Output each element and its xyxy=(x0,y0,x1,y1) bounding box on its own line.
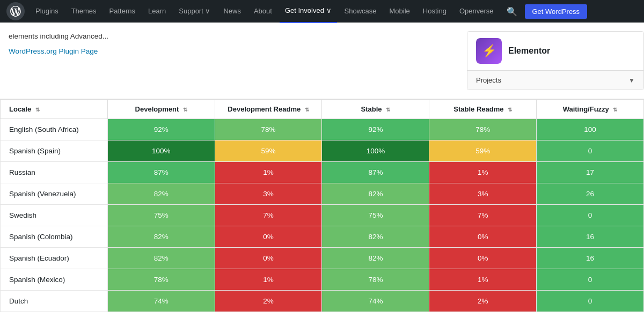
get-wordpress-button[interactable]: Get WordPress xyxy=(525,4,588,19)
cell-development: 82% xyxy=(107,183,215,205)
cell-stable-readme: 59% xyxy=(429,140,537,162)
table-row: Spanish (Ecuador)82%0%82%0%16 xyxy=(1,248,644,269)
cell-stable: 82% xyxy=(322,226,429,248)
cell-development: 92% xyxy=(107,119,215,140)
cell-development: 82% xyxy=(107,226,215,248)
cell-stable: 92% xyxy=(322,119,429,140)
cell-stable: 82% xyxy=(322,183,429,205)
cell-stable-readme: 7% xyxy=(429,205,537,226)
cell-stable-readme: 3% xyxy=(429,183,537,205)
sort-icon-stable: ⇅ xyxy=(386,107,390,113)
cell-locale: English (South Africa) xyxy=(1,119,108,140)
nav-right-actions: 🔍 Get WordPress xyxy=(501,4,588,19)
cell-stable: 82% xyxy=(322,248,429,269)
description-text: elements including Advanced... xyxy=(9,31,445,42)
cell-stable: 100% xyxy=(322,140,429,162)
cell-development: 74% xyxy=(107,291,215,312)
cell-stable: 87% xyxy=(322,162,429,183)
table-header-row: Locale ⇅ Development ⇅ Development Readm… xyxy=(1,100,644,119)
cell-waiting: 26 xyxy=(537,183,644,205)
cell-locale: Spanish (Spain) xyxy=(1,140,108,162)
sort-icon-waiting: ⇅ xyxy=(613,107,617,113)
translation-table-container: Locale ⇅ Development ⇅ Development Readm… xyxy=(0,99,644,312)
projects-label: Projects xyxy=(476,76,501,84)
plugin-icon: ⚡ xyxy=(476,38,502,64)
nav-hosting[interactable]: Hosting xyxy=(418,0,452,23)
cell-stable: 75% xyxy=(322,205,429,226)
table-row: Spanish (Spain)100%59%100%59%0 xyxy=(1,140,644,162)
nav-showcase[interactable]: Showcase xyxy=(339,0,382,23)
cell-locale: Dutch xyxy=(1,291,108,312)
top-area: elements including Advanced... WordPress… xyxy=(0,23,644,99)
cell-stable-readme: 78% xyxy=(429,119,537,140)
cell-dev-readme: 3% xyxy=(215,183,322,205)
table-row: Spanish (Venezuela)82%3%82%3%26 xyxy=(1,183,644,205)
table-row: Dutch74%2%74%2%0 xyxy=(1,291,644,312)
sort-icon-stable-readme: ⇅ xyxy=(508,107,512,113)
cell-waiting: 100 xyxy=(537,119,644,140)
nav-patterns[interactable]: Patterns xyxy=(104,0,141,23)
translation-table: Locale ⇅ Development ⇅ Development Readm… xyxy=(0,99,644,312)
nav-mobile[interactable]: Mobile xyxy=(384,0,415,23)
nav-get-involved[interactable]: Get Involved ∨ xyxy=(280,0,337,23)
top-left-section: elements including Advanced... WordPress… xyxy=(9,31,456,90)
cell-stable-readme: 0% xyxy=(429,248,537,269)
cell-stable-readme: 1% xyxy=(429,269,537,291)
table-row: Swedish75%7%75%7%0 xyxy=(1,205,644,226)
plugin-page-link[interactable]: WordPress.org Plugin Page xyxy=(9,47,98,55)
nav-themes[interactable]: Themes xyxy=(66,0,102,23)
cell-waiting: 0 xyxy=(537,291,644,312)
plugin-icon-emoji: ⚡ xyxy=(482,44,496,58)
cell-waiting: 17 xyxy=(537,162,644,183)
nav-support[interactable]: Support ∨ xyxy=(173,0,216,23)
col-dev-readme[interactable]: Development Readme ⇅ xyxy=(215,100,322,119)
main-content: elements including Advanced... WordPress… xyxy=(0,23,644,312)
cell-locale: Spanish (Mexico) xyxy=(1,269,108,291)
cell-waiting: 0 xyxy=(537,140,644,162)
cell-stable-readme: 1% xyxy=(429,162,537,183)
col-development[interactable]: Development ⇅ xyxy=(107,100,215,119)
col-stable-readme[interactable]: Stable Readme ⇅ xyxy=(429,100,537,119)
search-icon[interactable]: 🔍 xyxy=(501,6,523,17)
cell-dev-readme: 1% xyxy=(215,162,322,183)
cell-stable: 78% xyxy=(322,269,429,291)
col-locale[interactable]: Locale ⇅ xyxy=(1,100,108,119)
cell-dev-readme: 2% xyxy=(215,291,322,312)
table-row: English (South Africa)92%78%92%78%100 xyxy=(1,119,644,140)
col-waiting[interactable]: Waiting/Fuzzy ⇅ xyxy=(537,100,644,119)
cell-dev-readme: 59% xyxy=(215,140,322,162)
nav-learn[interactable]: Learn xyxy=(143,0,171,23)
cell-locale: Russian xyxy=(1,162,108,183)
sort-icon-dev-readme: ⇅ xyxy=(305,107,309,113)
cell-stable: 74% xyxy=(322,291,429,312)
cell-development: 75% xyxy=(107,205,215,226)
plugin-card-container: ⚡ Elementor Projects ▼ xyxy=(467,31,644,90)
cell-dev-readme: 0% xyxy=(215,248,322,269)
cell-locale: Swedish xyxy=(1,205,108,226)
cell-development: 100% xyxy=(107,140,215,162)
nav-plugins[interactable]: Plugins xyxy=(30,0,64,23)
projects-dropdown[interactable]: Projects ▼ xyxy=(467,70,643,90)
plugin-card: ⚡ Elementor xyxy=(467,32,643,70)
chevron-down-icon: ▼ xyxy=(628,77,635,84)
nav-about[interactable]: About xyxy=(248,0,277,23)
cell-dev-readme: 1% xyxy=(215,269,322,291)
cell-locale: Spanish (Venezuela) xyxy=(1,183,108,205)
cell-dev-readme: 0% xyxy=(215,226,322,248)
cell-waiting: 16 xyxy=(537,248,644,269)
cell-locale: Spanish (Ecuador) xyxy=(1,248,108,269)
cell-dev-readme: 7% xyxy=(215,205,322,226)
cell-waiting: 0 xyxy=(537,269,644,291)
nav-openverse[interactable]: Openverse xyxy=(454,0,499,23)
cell-locale: Spanish (Colombia) xyxy=(1,226,108,248)
cell-waiting: 0 xyxy=(537,205,644,226)
col-stable[interactable]: Stable ⇅ xyxy=(322,100,429,119)
cell-development: 78% xyxy=(107,269,215,291)
table-row: Spanish (Colombia)82%0%82%0%16 xyxy=(1,226,644,248)
sort-icon-locale: ⇅ xyxy=(35,107,40,113)
cell-stable-readme: 2% xyxy=(429,291,537,312)
navigation-bar: Plugins Themes Patterns Learn Support ∨ … xyxy=(0,0,644,23)
cell-waiting: 16 xyxy=(537,226,644,248)
nav-news[interactable]: News xyxy=(218,0,246,23)
wordpress-logo[interactable] xyxy=(6,2,25,20)
